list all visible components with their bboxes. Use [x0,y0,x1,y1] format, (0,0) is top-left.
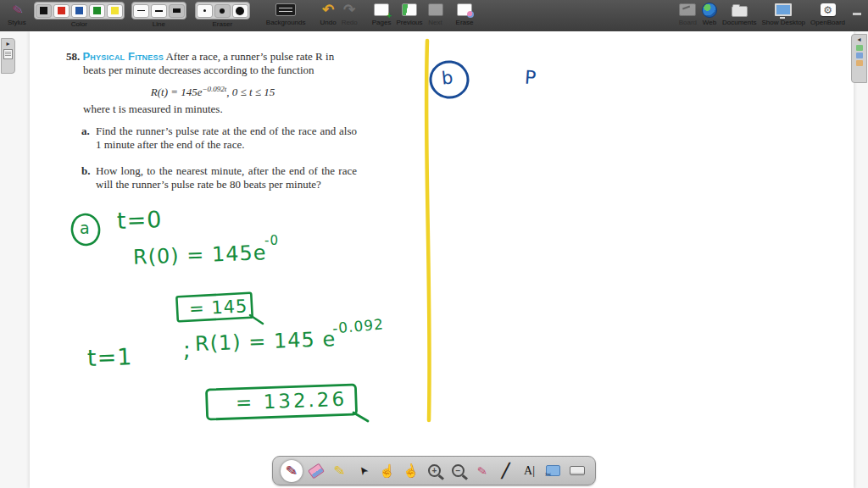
color-black-button[interactable] [36,4,52,18]
board-area: ▸ ◂ 58. Physical Fitness After a race, a… [0,31,868,488]
pointing-hand-icon: ☝ [379,463,395,479]
board-icon [679,3,696,16]
marker-tool-button[interactable]: ✎ [329,460,350,482]
documents-mode-button[interactable]: Documents [722,2,756,26]
line-medium-button[interactable] [151,4,167,18]
line-group: Line [131,2,186,28]
page-navigator-tab[interactable]: ▸ [1,38,15,74]
globe-icon [702,3,717,18]
selector-tool-button[interactable]: ➤ [353,460,374,482]
text-tool-button[interactable]: A| [519,460,540,482]
magnifier-minus-icon: − [452,464,465,477]
previous-page-icon [402,3,417,16]
large-dot-icon [236,7,244,15]
color-red-button[interactable] [53,4,70,18]
plus-sign: + [430,466,439,475]
redo-icon: ↷ [343,2,355,18]
previous-page-button[interactable]: Previous [396,2,422,26]
backgrounds-label: Backgrounds [266,19,306,26]
expand-right-icon: ▸ [6,41,9,47]
text-tool-icon: A| [524,464,535,478]
redo-button[interactable]: ↷ Redo [342,2,358,26]
board-mode-button[interactable]: Board [679,2,697,26]
open-hand-icon: ☝ [401,461,420,480]
erase-label: Erase [456,19,474,26]
exercise-number: 58. [66,50,80,63]
eraser-sizes [195,2,250,19]
exercise-formula: R(t) = 145e−0.092t, 0 ≤ t ≤ 15 [66,82,359,99]
eraser-tool-button[interactable] [305,460,326,482]
expand-left-icon: ◂ [857,36,860,43]
formula-tail: , 0 ≤ t ≤ 15 [226,86,275,98]
hide-toolbar-button[interactable] [853,13,861,15]
green-swatch-icon [93,7,101,14]
color-blue-button[interactable] [71,4,87,18]
stylus-tool-button[interactable]: ✎ Stylus [8,2,26,26]
monitor-icon [775,3,792,16]
backgrounds-icon [275,3,296,16]
color-label: Color [71,20,87,28]
line-thin-button[interactable] [133,4,149,18]
openboard-menu-button[interactable]: ⚙ OpenBoard [810,2,845,26]
undo-button[interactable]: ↶ Undo [320,2,337,26]
scissors-icon: ✂ [545,470,552,479]
eraser-large-button[interactable] [232,4,248,18]
backgrounds-button[interactable]: Backgrounds [266,2,306,26]
magnifier-plus-icon: + [428,464,441,477]
color-green-button[interactable] [89,4,105,18]
virtual-keyboard-button[interactable] [566,460,587,482]
undo-label: Undo [320,19,337,26]
erase-page-button[interactable]: Erase [456,2,474,26]
gear-icon: ⚙ [821,3,836,16]
eraser-medium-button[interactable] [214,4,231,18]
blue-swatch-icon [75,7,83,14]
pan-tool-button[interactable]: ☝ [400,460,421,482]
play-tool-button[interactable]: ☝ [376,460,398,482]
next-page-button[interactable]: Next [428,2,443,26]
eraser-group: Eraser [195,2,250,28]
redo-label: Redo [342,19,358,26]
medium-dot-icon [220,8,225,14]
screenshot-icon: ✂ [546,465,560,476]
pen-icon: ✎ [285,462,298,479]
cursor-arrow-icon: ➤ [355,463,371,479]
board-label: Board [679,19,697,26]
thin-line-icon [137,10,145,11]
eraser-icon [308,463,325,479]
show-desktop-button[interactable]: Show Desktop [761,2,805,26]
show-desktop-label: Show Desktop [761,19,805,26]
web-mode-button[interactable]: Web [702,2,717,26]
toolbar-right-cluster: Board Web Documents Show Desktop ⚙ OpenB… [676,2,863,26]
top-toolbar: ✎ Stylus Color Line Eraser Backgrounds [0,0,868,31]
zoom-in-button[interactable]: + [424,460,445,482]
part-b-label: b. [81,164,90,178]
library-tab[interactable]: ◂ [851,34,867,83]
keyboard-icon [570,466,585,475]
color-yellow-button[interactable] [107,4,123,18]
part-b-text: How long, to the nearest minute, after t… [96,164,357,191]
next-label: Next [428,19,442,26]
marker-icon: ✎ [333,462,346,479]
line-thick-button[interactable] [169,4,185,18]
pages-button[interactable]: Pages [372,2,392,26]
previous-label: Previous [396,19,422,26]
eraser-small-button[interactable] [197,4,213,18]
small-dot-icon [203,9,206,12]
zoom-out-button[interactable]: − [448,460,469,482]
stylus-icon: ✎ [10,1,23,19]
stylus-label: Stylus [8,19,26,26]
capture-tool-button[interactable]: ✂ [542,460,564,482]
black-swatch-icon [40,7,47,14]
thick-line-icon [173,8,181,13]
exercise-intro-line2: beats per minute decreases according to … [83,64,359,77]
openboard-label: OpenBoard [810,19,845,26]
line-tool-button[interactable]: ╱ [495,460,516,482]
exercise-intro-line1: 58. Physical Fitness After a race, a run… [66,50,359,64]
documents-label: Documents [722,19,756,26]
exercise-part-b: b. How long, to the nearest minute, afte… [81,164,359,191]
folder-icon [732,6,748,17]
exercise-intro-rest: After a race, a runner’s pulse rate R in [165,50,334,63]
pen-tool-button[interactable]: ✎ [281,460,303,482]
library-orange-icon [856,60,863,66]
laser-pointer-button[interactable]: ✎ [471,460,492,482]
